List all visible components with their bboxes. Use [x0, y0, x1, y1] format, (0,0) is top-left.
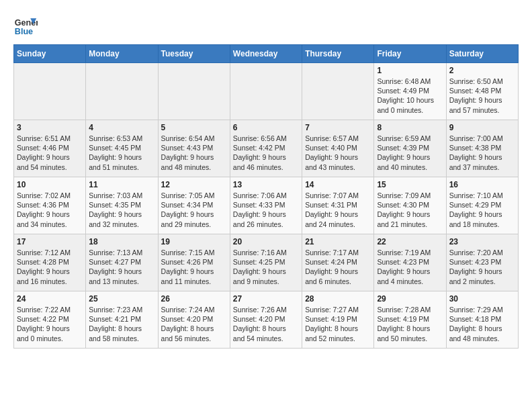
day-number: 15: [377, 180, 443, 189]
day-detail: Sunrise: 6:59 AM Sunset: 4:39 PM Dayligh…: [377, 134, 443, 172]
calendar-cell: 10Sunrise: 7:02 AM Sunset: 4:36 PM Dayli…: [14, 177, 86, 234]
calendar-cell: 17Sunrise: 7:12 AM Sunset: 4:28 PM Dayli…: [14, 234, 86, 291]
day-detail: Sunrise: 7:12 AM Sunset: 4:28 PM Dayligh…: [17, 248, 83, 286]
calendar-cell: 11Sunrise: 7:03 AM Sunset: 4:35 PM Dayli…: [86, 177, 158, 234]
calendar-cell: [230, 63, 302, 120]
day-detail: Sunrise: 7:09 AM Sunset: 4:30 PM Dayligh…: [377, 191, 443, 229]
calendar-cell: 27Sunrise: 7:26 AM Sunset: 4:20 PM Dayli…: [230, 291, 302, 349]
day-detail: Sunrise: 7:23 AM Sunset: 4:21 PM Dayligh…: [89, 305, 154, 343]
calendar-cell: [86, 63, 158, 120]
calendar-cell: 9Sunrise: 7:00 AM Sunset: 4:38 PM Daylig…: [446, 120, 518, 177]
day-number: 29: [377, 294, 443, 304]
day-detail: Sunrise: 6:54 AM Sunset: 4:43 PM Dayligh…: [161, 134, 227, 172]
calendar-cell: 18Sunrise: 7:13 AM Sunset: 4:27 PM Dayli…: [86, 234, 158, 291]
day-detail: Sunrise: 7:24 AM Sunset: 4:20 PM Dayligh…: [161, 305, 227, 343]
day-number: 9: [449, 123, 515, 132]
weekday-header-thursday: Thursday: [302, 45, 374, 63]
day-number: 11: [89, 180, 154, 189]
calendar-cell: 24Sunrise: 7:22 AM Sunset: 4:22 PM Dayli…: [14, 291, 86, 349]
day-number: 5: [161, 123, 227, 132]
logo-icon: General Blue: [13, 13, 38, 38]
day-number: 27: [233, 294, 299, 304]
day-number: 6: [233, 123, 299, 132]
day-detail: Sunrise: 7:00 AM Sunset: 4:38 PM Dayligh…: [449, 134, 515, 172]
day-number: 8: [377, 123, 443, 132]
day-detail: Sunrise: 7:15 AM Sunset: 4:26 PM Dayligh…: [161, 248, 227, 286]
calendar-cell: 20Sunrise: 7:16 AM Sunset: 4:25 PM Dayli…: [230, 234, 302, 291]
calendar-cell: 22Sunrise: 7:19 AM Sunset: 4:23 PM Dayli…: [374, 234, 446, 291]
day-detail: Sunrise: 6:51 AM Sunset: 4:46 PM Dayligh…: [17, 134, 83, 172]
calendar-cell: 23Sunrise: 7:20 AM Sunset: 4:23 PM Dayli…: [446, 234, 518, 291]
calendar-cell: 6Sunrise: 6:56 AM Sunset: 4:42 PM Daylig…: [230, 120, 302, 177]
day-number: 23: [449, 237, 515, 246]
day-number: 22: [377, 237, 443, 246]
day-number: 16: [449, 180, 515, 189]
calendar-cell: 12Sunrise: 7:05 AM Sunset: 4:34 PM Dayli…: [158, 177, 230, 234]
calendar-cell: 29Sunrise: 7:28 AM Sunset: 4:19 PM Dayli…: [374, 291, 446, 349]
calendar-cell: 5Sunrise: 6:54 AM Sunset: 4:43 PM Daylig…: [158, 120, 230, 177]
calendar-table: SundayMondayTuesdayWednesdayThursdayFrid…: [13, 44, 519, 349]
day-detail: Sunrise: 7:29 AM Sunset: 4:18 PM Dayligh…: [449, 305, 515, 343]
calendar-cell: [14, 63, 86, 120]
calendar-cell: 4Sunrise: 6:53 AM Sunset: 4:45 PM Daylig…: [86, 120, 158, 177]
calendar-cell: 3Sunrise: 6:51 AM Sunset: 4:46 PM Daylig…: [14, 120, 86, 177]
day-detail: Sunrise: 6:53 AM Sunset: 4:45 PM Dayligh…: [89, 134, 154, 172]
day-number: 18: [89, 237, 154, 246]
day-detail: Sunrise: 7:17 AM Sunset: 4:24 PM Dayligh…: [305, 248, 371, 286]
day-number: 17: [17, 237, 83, 246]
day-detail: Sunrise: 6:48 AM Sunset: 4:49 PM Dayligh…: [377, 77, 443, 115]
weekday-header-sunday: Sunday: [14, 45, 86, 63]
weekday-header-wednesday: Wednesday: [230, 45, 302, 63]
calendar-cell: 14Sunrise: 7:07 AM Sunset: 4:31 PM Dayli…: [302, 177, 374, 234]
day-detail: Sunrise: 6:57 AM Sunset: 4:40 PM Dayligh…: [305, 134, 371, 172]
calendar-cell: [158, 63, 230, 120]
calendar-cell: 2Sunrise: 6:50 AM Sunset: 4:48 PM Daylig…: [446, 63, 518, 120]
day-detail: Sunrise: 7:16 AM Sunset: 4:25 PM Dayligh…: [233, 248, 299, 286]
calendar-cell: 25Sunrise: 7:23 AM Sunset: 4:21 PM Dayli…: [86, 291, 158, 349]
svg-text:Blue: Blue: [15, 27, 33, 36]
weekday-header-tuesday: Tuesday: [158, 45, 230, 63]
calendar-cell: 7Sunrise: 6:57 AM Sunset: 4:40 PM Daylig…: [302, 120, 374, 177]
calendar-cell: 19Sunrise: 7:15 AM Sunset: 4:26 PM Dayli…: [158, 234, 230, 291]
day-number: 12: [161, 180, 227, 189]
day-number: 19: [161, 237, 227, 246]
weekday-header-monday: Monday: [86, 45, 158, 63]
day-number: 2: [449, 66, 515, 75]
calendar-cell: 15Sunrise: 7:09 AM Sunset: 4:30 PM Dayli…: [374, 177, 446, 234]
day-detail: Sunrise: 6:50 AM Sunset: 4:48 PM Dayligh…: [449, 77, 515, 115]
day-detail: Sunrise: 7:06 AM Sunset: 4:33 PM Dayligh…: [233, 191, 299, 229]
day-number: 4: [89, 123, 154, 132]
day-number: 28: [305, 294, 371, 304]
calendar-cell: [302, 63, 374, 120]
day-detail: Sunrise: 7:07 AM Sunset: 4:31 PM Dayligh…: [305, 191, 371, 229]
day-detail: Sunrise: 7:10 AM Sunset: 4:29 PM Dayligh…: [449, 191, 515, 229]
day-detail: Sunrise: 7:20 AM Sunset: 4:23 PM Dayligh…: [449, 248, 515, 286]
day-number: 21: [305, 237, 371, 246]
day-number: 7: [305, 123, 371, 132]
calendar-cell: 21Sunrise: 7:17 AM Sunset: 4:24 PM Dayli…: [302, 234, 374, 291]
day-detail: Sunrise: 7:28 AM Sunset: 4:19 PM Dayligh…: [377, 305, 443, 343]
calendar-cell: 16Sunrise: 7:10 AM Sunset: 4:29 PM Dayli…: [446, 177, 518, 234]
day-number: 14: [305, 180, 371, 189]
day-number: 10: [17, 180, 83, 189]
day-number: 25: [89, 294, 154, 304]
day-detail: Sunrise: 7:27 AM Sunset: 4:19 PM Dayligh…: [305, 305, 371, 343]
day-detail: Sunrise: 7:02 AM Sunset: 4:36 PM Dayligh…: [17, 191, 83, 229]
day-number: 13: [233, 180, 299, 189]
weekday-header-friday: Friday: [374, 45, 446, 63]
calendar-cell: 30Sunrise: 7:29 AM Sunset: 4:18 PM Dayli…: [446, 291, 518, 349]
day-number: 24: [17, 294, 83, 304]
weekday-header-saturday: Saturday: [446, 45, 518, 63]
day-detail: Sunrise: 6:56 AM Sunset: 4:42 PM Dayligh…: [233, 134, 299, 172]
day-number: 20: [233, 237, 299, 246]
day-number: 26: [161, 294, 227, 304]
calendar-cell: 8Sunrise: 6:59 AM Sunset: 4:39 PM Daylig…: [374, 120, 446, 177]
day-number: 3: [17, 123, 83, 132]
day-detail: Sunrise: 7:05 AM Sunset: 4:34 PM Dayligh…: [161, 191, 227, 229]
day-detail: Sunrise: 7:13 AM Sunset: 4:27 PM Dayligh…: [89, 248, 154, 286]
calendar-cell: 26Sunrise: 7:24 AM Sunset: 4:20 PM Dayli…: [158, 291, 230, 349]
calendar-cell: 28Sunrise: 7:27 AM Sunset: 4:19 PM Dayli…: [302, 291, 374, 349]
day-detail: Sunrise: 7:22 AM Sunset: 4:22 PM Dayligh…: [17, 305, 83, 343]
day-number: 30: [449, 294, 515, 304]
day-detail: Sunrise: 7:03 AM Sunset: 4:35 PM Dayligh…: [89, 191, 154, 229]
